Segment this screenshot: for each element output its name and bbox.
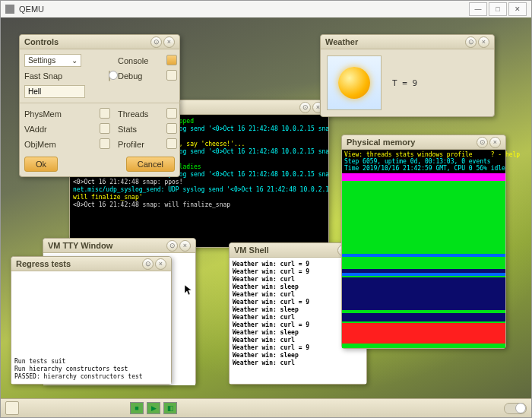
sun-icon: [338, 67, 370, 99]
taskbar-vm2[interactable]: ▶: [147, 402, 160, 414]
window-title: QEMU: [19, 5, 467, 14]
debug-label: Debug: [118, 71, 148, 81]
close-icon[interactable]: ×: [478, 36, 489, 48]
taskbar-vm3[interactable]: ◧: [163, 402, 177, 414]
panel-header[interactable]: Controls ⊙ ×: [20, 35, 179, 49]
objmem-label: ObjMem: [24, 139, 81, 150]
console-label: Console: [118, 55, 148, 66]
close-button[interactable]: ✕: [508, 2, 527, 16]
app-window: QEMU — □ ✕ ⊙ × stopped yslog send '<0>Oc…: [0, 0, 532, 418]
physmem-map: [342, 173, 505, 348]
controls-panel[interactable]: Controls ⊙ × Settings⌄ Console Fast Snap…: [19, 34, 180, 177]
controls-body: Settings⌄ Console Fast Snap Debug PhysMe…: [20, 49, 179, 176]
regress-body[interactable]: Run tests suit Run hierarchy constructor…: [11, 271, 171, 384]
threads-check[interactable]: [166, 108, 177, 119]
profiler-check[interactable]: [166, 138, 177, 149]
close-icon[interactable]: ×: [489, 137, 501, 148]
desktop-canvas: ⊙ × stopped yslog send '<0>Oct 16 21:42:…: [1, 17, 531, 417]
panel-header[interactable]: Weather ⊙ ×: [321, 35, 494, 49]
panel-title: Weather: [325, 37, 464, 46]
settings-combo[interactable]: Settings⌄: [24, 54, 81, 67]
taskbar-start[interactable]: [5, 401, 19, 415]
close-icon[interactable]: ×: [155, 258, 166, 270]
physmem-status: View: threads stats windows profile ? - …: [342, 150, 505, 173]
hell-input[interactable]: [24, 85, 85, 98]
taskbar-toggle[interactable]: [504, 403, 527, 414]
threads-label: Threads: [118, 109, 148, 119]
stats-label: Stats: [118, 124, 148, 135]
pin-icon[interactable]: ⊙: [465, 36, 477, 48]
panel-title: Regress tests: [16, 259, 141, 268]
pin-icon[interactable]: ⊙: [477, 137, 488, 148]
panel-title: VM Shell: [234, 245, 336, 255]
physmem-label: PhysMem: [24, 109, 81, 119]
pin-icon[interactable]: ⊙: [150, 36, 162, 48]
weather-temp: T = 9: [392, 78, 417, 88]
vaddr-check[interactable]: [100, 123, 110, 134]
panel-header[interactable]: Physical memory ⊙ ×: [342, 135, 505, 150]
pin-icon[interactable]: ⊙: [166, 240, 178, 252]
close-icon[interactable]: ×: [179, 240, 191, 252]
os-titlebar: QEMU — □ ✕: [1, 1, 531, 18]
panel-title: Physical memory: [347, 138, 475, 147]
fastsnap-toggle[interactable]: [109, 71, 110, 81]
separator: [20, 103, 182, 103]
taskbar-vm1[interactable]: ■: [130, 402, 144, 414]
regress-panel[interactable]: Regress tests ⊙ × Run tests suit Run hie…: [11, 256, 172, 385]
panel-header[interactable]: Regress tests ⊙ ×: [11, 257, 171, 271]
stats-check[interactable]: [166, 123, 177, 134]
objmem-check[interactable]: [100, 138, 110, 149]
physmem-check[interactable]: [100, 108, 110, 119]
pin-icon[interactable]: ⊙: [142, 258, 154, 270]
panel-title: VM TTY Window: [48, 241, 165, 250]
physmem-body[interactable]: View: threads stats windows profile ? - …: [342, 150, 505, 348]
close-icon[interactable]: ×: [163, 36, 175, 48]
ok-button[interactable]: Ok: [24, 157, 58, 172]
maximize-button[interactable]: □: [489, 2, 507, 16]
pin-icon[interactable]: ⊙: [299, 102, 311, 113]
cancel-button[interactable]: Cancel: [126, 157, 175, 172]
weather-icon: [327, 55, 382, 110]
weather-panel[interactable]: Weather ⊙ × T = 9: [320, 34, 495, 117]
debug-check[interactable]: [166, 70, 177, 81]
chevron-down-icon: ⌄: [71, 56, 78, 65]
panel-title: Controls: [24, 37, 149, 46]
console-check[interactable]: [166, 55, 177, 65]
physmem-panel[interactable]: Physical memory ⊙ × View: threads stats …: [341, 135, 506, 349]
profiler-label: Profiler: [118, 139, 148, 150]
app-icon: [5, 5, 14, 14]
fastsnap-label: Fast Snap: [24, 71, 81, 81]
panel-header[interactable]: VM TTY Window ⊙ ×: [43, 239, 195, 253]
vaddr-label: VAddr: [24, 124, 81, 135]
taskbar: ■ ▶ ◧: [1, 398, 531, 417]
minimize-button[interactable]: —: [469, 2, 487, 16]
weather-body: T = 9: [321, 49, 494, 116]
